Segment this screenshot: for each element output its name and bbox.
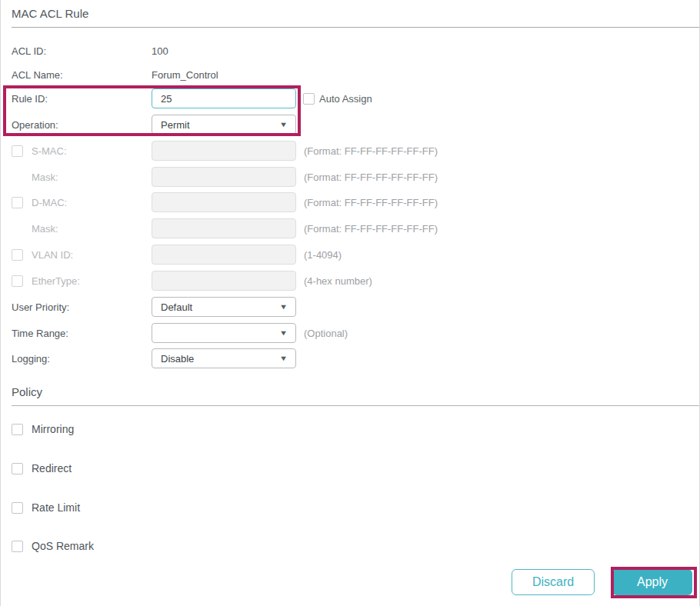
policy-divider	[12, 405, 699, 406]
operation-select[interactable]: Permit ▼	[152, 115, 296, 135]
user-priority-select-value: Default	[161, 301, 192, 313]
ethertype-input[interactable]	[152, 271, 296, 291]
logging-row: Logging: Disable ▼	[12, 348, 688, 368]
dmac-label: D-MAC:	[32, 197, 67, 208]
auto-assign-label: Auto Assign	[319, 93, 372, 105]
dmac-mask-hint: (Format: FF-FF-FF-FF-FF-FF)	[304, 223, 438, 235]
qos-remark-checkbox[interactable]	[12, 541, 23, 552]
apply-button[interactable]: Apply	[612, 569, 692, 595]
acl-id-value: 100	[152, 45, 168, 57]
rate-limit-checkbox[interactable]	[12, 502, 23, 514]
vlan-id-row: VLAN ID: (1-4094)	[12, 245, 688, 265]
ethertype-row: EtherType: (4-hex number)	[12, 271, 688, 291]
smac-mask-label: Mask:	[32, 171, 58, 183]
time-range-label: Time Range:	[12, 328, 68, 339]
time-range-row: Time Range: ▼ (Optional)	[12, 323, 688, 343]
time-range-select[interactable]: ▼	[152, 323, 296, 343]
logging-label: Logging:	[12, 353, 50, 365]
acl-name-row: ACL Name: Forum_Control	[12, 65, 688, 85]
dmac-checkbox[interactable]	[12, 197, 23, 208]
smac-mask-row: Mask: (Format: FF-FF-FF-FF-FF-FF)	[12, 167, 688, 187]
acl-id-row: ACL ID: 100	[12, 41, 688, 61]
rule-id-label: Rule ID:	[12, 93, 48, 105]
ethertype-checkbox[interactable]	[12, 275, 23, 287]
qos-remark-label: QoS Remark	[32, 540, 94, 552]
redirect-checkbox[interactable]	[12, 463, 23, 474]
discard-button[interactable]: Discard	[512, 569, 595, 595]
page-title: MAC ACL Rule	[12, 7, 88, 20]
vlan-id-checkbox[interactable]	[12, 249, 23, 261]
user-priority-label: User Priority:	[12, 301, 69, 313]
dmac-mask-input[interactable]	[152, 218, 296, 238]
dmac-mask-label: Mask:	[32, 223, 58, 235]
dmac-input[interactable]	[152, 192, 296, 212]
ethertype-hint: (4-hex number)	[304, 275, 372, 287]
dropdown-arrow-icon: ▼	[279, 329, 288, 337]
dmac-hint: (Format: FF-FF-FF-FF-FF-FF)	[304, 197, 438, 208]
auto-assign-checkbox[interactable]	[303, 93, 315, 105]
acl-id-label: ACL ID:	[12, 45, 46, 57]
title-divider	[12, 27, 699, 28]
mirroring-label: Mirroring	[32, 423, 74, 435]
footer-actions: Discard Apply	[512, 569, 692, 595]
time-range-hint: (Optional)	[304, 328, 348, 339]
ethertype-label: EtherType:	[32, 275, 80, 287]
dropdown-arrow-icon: ▼	[279, 121, 288, 128]
smac-input[interactable]	[152, 141, 296, 161]
dmac-mask-row: Mask: (Format: FF-FF-FF-FF-FF-FF)	[12, 218, 688, 238]
policy-section-title: Policy	[12, 385, 42, 398]
redirect-label: Redirect	[32, 462, 72, 474]
smac-label: S-MAC:	[32, 145, 67, 157]
smac-mask-hint: (Format: FF-FF-FF-FF-FF-FF)	[304, 171, 438, 183]
user-priority-select[interactable]: Default ▼	[152, 297, 296, 317]
mac-acl-rule-page: MAC ACL Rule ACL ID: 100 ACL Name: Forum…	[0, 0, 700, 606]
rate-limit-label: Rate Limit	[32, 501, 80, 514]
redirect-row: Redirect	[12, 458, 688, 478]
rule-id-row: Rule ID: Auto Assign	[12, 88, 688, 108]
rule-id-input[interactable]	[152, 88, 296, 108]
logging-select-value: Disable	[161, 353, 194, 365]
operation-select-value: Permit	[161, 119, 190, 131]
qos-remark-row: QoS Remark	[12, 536, 688, 556]
vlan-id-hint: (1-4094)	[304, 249, 342, 261]
vlan-id-input[interactable]	[152, 245, 296, 265]
smac-row: S-MAC: (Format: FF-FF-FF-FF-FF-FF)	[12, 141, 688, 161]
rate-limit-row: Rate Limit	[12, 498, 688, 518]
mirroring-checkbox[interactable]	[12, 424, 23, 435]
smac-hint: (Format: FF-FF-FF-FF-FF-FF)	[304, 145, 438, 157]
operation-label: Operation:	[12, 119, 58, 131]
dropdown-arrow-icon: ▼	[279, 355, 288, 362]
dropdown-arrow-icon: ▼	[279, 303, 288, 311]
acl-name-value: Forum_Control	[152, 69, 218, 81]
smac-checkbox[interactable]	[12, 145, 23, 157]
user-priority-row: User Priority: Default ▼	[12, 297, 688, 317]
logging-select[interactable]: Disable ▼	[152, 348, 296, 368]
mirroring-row: Mirroring	[12, 419, 688, 439]
vlan-id-label: VLAN ID:	[32, 249, 73, 261]
operation-row: Operation: Permit ▼	[12, 115, 688, 135]
dmac-row: D-MAC: (Format: FF-FF-FF-FF-FF-FF)	[12, 192, 688, 212]
smac-mask-input[interactable]	[152, 167, 296, 187]
acl-name-label: ACL Name:	[12, 69, 63, 81]
